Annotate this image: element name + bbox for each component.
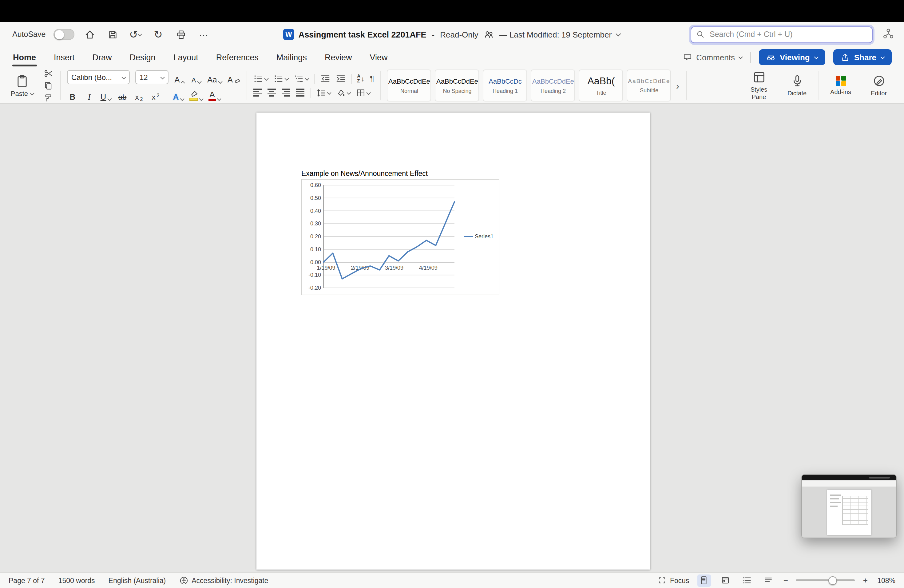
font-size-select[interactable]: 12 — [135, 70, 169, 84]
viewing-button[interactable]: Viewing — [759, 49, 825, 65]
grow-font-button[interactable]: A — [174, 71, 185, 83]
multilevel-list-button[interactable] — [294, 74, 308, 83]
style-heading-1[interactable]: AaBbCcDc Heading 1 — [483, 70, 527, 101]
show-formatting-button[interactable]: ¶ — [370, 74, 374, 83]
share-button[interactable]: Share — [833, 49, 892, 65]
font-color-button[interactable]: A — [209, 89, 221, 101]
tab-view[interactable]: View — [369, 48, 388, 66]
zoom-slider[interactable] — [796, 579, 855, 581]
style-title[interactable]: AaBb( Title — [579, 70, 623, 101]
word-window: AutoSave ↺ ↻ ⋯ W Assingment task Ex — [0, 0, 904, 588]
tab-mailings[interactable]: Mailings — [276, 48, 308, 66]
paste-button[interactable]: Paste — [9, 74, 36, 97]
embedded-chart[interactable]: 0.600.500.400.300.200.100.00-0.10-0.201/… — [301, 179, 499, 295]
line-chart: 0.600.500.400.300.200.100.00-0.10-0.201/… — [302, 180, 499, 295]
print-layout-view-button[interactable] — [697, 574, 711, 586]
zoom-level[interactable]: 108% — [876, 577, 895, 584]
tab-review[interactable]: Review — [324, 48, 353, 66]
format-painter-icon[interactable] — [42, 93, 54, 102]
align-right-button[interactable] — [281, 89, 290, 96]
increase-indent-icon[interactable] — [335, 74, 345, 83]
zoom-slider-knob[interactable] — [829, 576, 837, 585]
add-ins-button[interactable]: Add-ins — [824, 76, 857, 96]
chevron-down-icon — [217, 97, 221, 101]
tab-layout[interactable]: Layout — [173, 48, 199, 66]
eraser-icon — [234, 77, 240, 83]
text-effects-button[interactable]: A — [173, 89, 184, 101]
line-spacing-button[interactable] — [316, 88, 330, 97]
web-layout-view-button[interactable] — [719, 574, 732, 586]
underline-button[interactable]: U — [100, 89, 111, 101]
divider — [750, 52, 751, 63]
shrink-font-button[interactable]: A — [191, 71, 202, 83]
language-indicator[interactable]: English (Australia) — [109, 577, 166, 584]
cut-icon[interactable] — [42, 69, 54, 77]
focus-button[interactable]: Focus — [658, 576, 689, 584]
styles-gallery-more-icon[interactable]: › — [675, 80, 680, 91]
last-modified-label: — Last Modified: 19 September — [499, 30, 612, 39]
editor-button[interactable]: Editor — [862, 74, 895, 97]
zoom-out-icon[interactable]: − — [784, 576, 788, 585]
redo-icon[interactable]: ↻ — [151, 27, 166, 42]
highlight-button[interactable] — [190, 89, 203, 101]
document-page[interactable]: Example on News/Announcement Effect 0.60… — [256, 112, 650, 569]
tab-insert[interactable]: Insert — [53, 48, 75, 66]
bullets-button[interactable] — [253, 74, 268, 83]
word-count[interactable]: 1500 words — [58, 577, 95, 584]
subscript-button[interactable]: x2 — [133, 89, 144, 101]
copy-icon[interactable] — [42, 81, 54, 90]
window-preview-thumbnail[interactable] — [801, 474, 897, 538]
style-normal[interactable]: AaBbCcDdEe Normal — [387, 70, 431, 101]
page-indicator[interactable]: Page 7 of 7 — [9, 577, 45, 584]
microphone-icon — [790, 74, 803, 87]
tab-references[interactable]: References — [215, 48, 259, 66]
align-left-button[interactable] — [253, 89, 262, 96]
style-heading-2[interactable]: AaBbCcDdEe Heading 2 — [531, 70, 575, 101]
document-canvas[interactable]: Example on News/Announcement Effect 0.60… — [0, 104, 904, 573]
numbering-button[interactable] — [273, 74, 288, 83]
decrease-indent-icon[interactable] — [320, 74, 330, 83]
font-name-select[interactable]: Calibri (Bo... — [67, 70, 130, 84]
chevron-down-icon[interactable] — [616, 32, 621, 37]
accessibility-status[interactable]: Accessibility: Investigate — [179, 576, 268, 585]
bold-button[interactable]: B — [67, 89, 78, 101]
divider — [310, 88, 310, 98]
italic-button[interactable]: I — [84, 89, 95, 101]
save-icon[interactable] — [105, 27, 120, 42]
chevron-down-icon — [346, 91, 350, 95]
change-case-button[interactable]: Aa — [207, 71, 222, 83]
tab-design[interactable]: Design — [129, 48, 156, 66]
search-box[interactable] — [691, 26, 872, 43]
style-no-spacing[interactable]: AaBbCcDdEe No Spacing — [435, 70, 479, 101]
clear-formatting-button[interactable]: A — [228, 71, 240, 83]
shading-button[interactable] — [336, 88, 350, 97]
undo-icon[interactable]: ↺ — [128, 27, 143, 42]
comments-button[interactable]: Comments — [683, 52, 742, 62]
viewing-label: Viewing — [780, 52, 810, 62]
home-icon[interactable] — [82, 27, 97, 42]
tab-draw[interactable]: Draw — [92, 48, 112, 66]
print-icon[interactable] — [174, 27, 188, 42]
justify-button[interactable] — [296, 89, 304, 96]
strikethrough-button[interactable]: ab — [117, 89, 128, 101]
styles-pane-button[interactable]: Styles Pane — [742, 71, 776, 100]
draft-view-button[interactable] — [762, 574, 776, 586]
borders-button[interactable] — [356, 88, 370, 97]
ribbon: Paste Calibri (Bo... 12 A A Aa A — [0, 68, 904, 104]
tab-home[interactable]: Home — [12, 48, 36, 66]
style-subtitle[interactable]: AaBbCcDdEe Subtitle — [627, 70, 671, 101]
more-commands-icon[interactable]: ⋯ — [196, 27, 211, 42]
chevron-down-icon — [218, 80, 222, 83]
sort-button[interactable]: AZ ↓ — [357, 74, 364, 83]
zoom-in-icon[interactable]: + — [863, 576, 868, 585]
search-input[interactable] — [708, 30, 867, 40]
document-title: Assingment task Excel 2201AFE — [299, 30, 427, 39]
title-separator: - — [432, 30, 435, 39]
align-center-button[interactable] — [267, 89, 276, 96]
outline-view-button[interactable] — [740, 574, 754, 586]
dictate-button[interactable]: Dictate — [781, 74, 814, 97]
autosave-toggle[interactable] — [54, 29, 74, 40]
divider — [351, 74, 351, 83]
superscript-button[interactable]: x2 — [150, 89, 161, 101]
connected-services-icon[interactable] — [882, 27, 894, 41]
